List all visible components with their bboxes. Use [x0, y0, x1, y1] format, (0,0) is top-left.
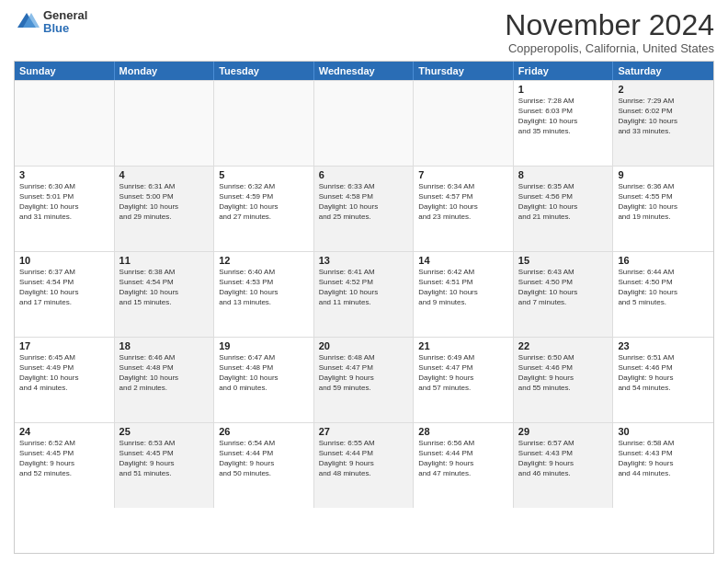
- cal-cell-14: 14Sunrise: 6:42 AM Sunset: 4:51 PM Dayli…: [414, 252, 514, 337]
- day-info: Sunrise: 6:50 AM Sunset: 4:46 PM Dayligh…: [518, 353, 609, 393]
- week-row-4: 17Sunrise: 6:45 AM Sunset: 4:49 PM Dayli…: [15, 337, 713, 422]
- cal-cell-17: 17Sunrise: 6:45 AM Sunset: 4:49 PM Dayli…: [15, 338, 115, 422]
- day-number: 7: [418, 169, 508, 180]
- month-title: November 2024: [505, 9, 714, 41]
- day-number: 29: [518, 426, 609, 437]
- cal-cell-21: 21Sunrise: 6:49 AM Sunset: 4:47 PM Dayli…: [414, 338, 514, 422]
- day-info: Sunrise: 6:36 AM Sunset: 4:55 PM Dayligh…: [618, 182, 709, 222]
- week-row-5: 24Sunrise: 6:52 AM Sunset: 4:45 PM Dayli…: [15, 422, 713, 508]
- title-block: November 2024 Copperopolis, California, …: [505, 9, 714, 55]
- cal-cell-8: 8Sunrise: 6:35 AM Sunset: 4:56 PM Daylig…: [514, 167, 614, 251]
- day-number: 30: [618, 426, 709, 437]
- day-number: 10: [19, 255, 109, 266]
- cal-cell-5: 5Sunrise: 6:32 AM Sunset: 4:59 PM Daylig…: [214, 167, 314, 251]
- cal-cell-empty: [15, 81, 115, 166]
- day-number: 1: [518, 84, 609, 95]
- day-info: Sunrise: 6:51 AM Sunset: 4:46 PM Dayligh…: [618, 353, 709, 393]
- header-day-wednesday: Wednesday: [314, 62, 415, 80]
- cal-cell-15: 15Sunrise: 6:43 AM Sunset: 4:50 PM Dayli…: [514, 252, 614, 337]
- logo-blue: Blue: [43, 22, 87, 35]
- header-day-thursday: Thursday: [414, 62, 514, 80]
- day-info: Sunrise: 6:44 AM Sunset: 4:50 PM Dayligh…: [618, 268, 709, 307]
- day-number: 3: [19, 169, 109, 180]
- cal-cell-9: 9Sunrise: 6:36 AM Sunset: 4:55 PM Daylig…: [613, 167, 713, 251]
- day-info: Sunrise: 6:33 AM Sunset: 4:58 PM Dayligh…: [319, 182, 409, 222]
- day-info: Sunrise: 7:29 AM Sunset: 6:02 PM Dayligh…: [618, 97, 709, 136]
- cal-cell-26: 26Sunrise: 6:54 AM Sunset: 4:44 PM Dayli…: [214, 423, 314, 508]
- day-info: Sunrise: 6:46 AM Sunset: 4:48 PM Dayligh…: [119, 353, 210, 393]
- logo-icon: [14, 9, 40, 35]
- cal-cell-28: 28Sunrise: 6:56 AM Sunset: 4:44 PM Dayli…: [414, 423, 514, 508]
- day-number: 23: [618, 340, 709, 351]
- cal-cell-11: 11Sunrise: 6:38 AM Sunset: 4:54 PM Dayli…: [115, 252, 215, 337]
- logo-general: General: [43, 9, 87, 22]
- day-info: Sunrise: 6:40 AM Sunset: 4:53 PM Dayligh…: [219, 268, 309, 307]
- day-info: Sunrise: 6:53 AM Sunset: 4:45 PM Dayligh…: [119, 439, 210, 478]
- day-number: 14: [418, 255, 508, 266]
- day-number: 25: [119, 426, 210, 437]
- cal-cell-empty: [214, 81, 314, 166]
- cal-cell-24: 24Sunrise: 6:52 AM Sunset: 4:45 PM Dayli…: [15, 423, 115, 508]
- day-info: Sunrise: 6:38 AM Sunset: 4:54 PM Dayligh…: [119, 268, 210, 307]
- header-day-saturday: Saturday: [613, 62, 713, 80]
- day-number: 26: [219, 426, 309, 437]
- day-number: 21: [418, 340, 508, 351]
- day-info: Sunrise: 6:35 AM Sunset: 4:56 PM Dayligh…: [518, 182, 609, 222]
- day-info: Sunrise: 6:34 AM Sunset: 4:57 PM Dayligh…: [418, 182, 508, 222]
- logo-text: General Blue: [43, 9, 87, 36]
- day-info: Sunrise: 6:52 AM Sunset: 4:45 PM Dayligh…: [19, 439, 109, 478]
- day-number: 17: [19, 340, 109, 351]
- cal-cell-29: 29Sunrise: 6:57 AM Sunset: 4:43 PM Dayli…: [514, 423, 614, 508]
- location: Copperopolis, California, United States: [505, 41, 714, 55]
- cal-cell-12: 12Sunrise: 6:40 AM Sunset: 4:53 PM Dayli…: [214, 252, 314, 337]
- cal-cell-6: 6Sunrise: 6:33 AM Sunset: 4:58 PM Daylig…: [314, 167, 415, 251]
- day-number: 8: [518, 169, 609, 180]
- day-info: Sunrise: 6:41 AM Sunset: 4:52 PM Dayligh…: [319, 268, 409, 307]
- day-info: Sunrise: 6:57 AM Sunset: 4:43 PM Dayligh…: [518, 439, 609, 478]
- header-day-friday: Friday: [514, 62, 614, 80]
- day-info: Sunrise: 6:56 AM Sunset: 4:44 PM Dayligh…: [418, 439, 508, 478]
- day-number: 20: [319, 340, 409, 351]
- cal-cell-3: 3Sunrise: 6:30 AM Sunset: 5:01 PM Daylig…: [15, 167, 115, 251]
- day-info: Sunrise: 6:32 AM Sunset: 4:59 PM Dayligh…: [219, 182, 309, 222]
- day-info: Sunrise: 6:48 AM Sunset: 4:47 PM Dayligh…: [319, 353, 409, 393]
- header-day-monday: Monday: [115, 62, 215, 80]
- day-info: Sunrise: 6:47 AM Sunset: 4:48 PM Dayligh…: [219, 353, 309, 393]
- day-number: 11: [119, 255, 210, 266]
- week-row-3: 10Sunrise: 6:37 AM Sunset: 4:54 PM Dayli…: [15, 251, 713, 337]
- day-number: 27: [319, 426, 409, 437]
- day-info: Sunrise: 6:49 AM Sunset: 4:47 PM Dayligh…: [418, 353, 508, 393]
- calendar-body: 1Sunrise: 7:28 AM Sunset: 6:03 PM Daylig…: [15, 80, 713, 508]
- cal-cell-empty: [314, 81, 415, 166]
- day-number: 15: [518, 255, 609, 266]
- day-number: 12: [219, 255, 309, 266]
- cal-cell-18: 18Sunrise: 6:46 AM Sunset: 4:48 PM Dayli…: [115, 338, 215, 422]
- week-row-2: 3Sunrise: 6:30 AM Sunset: 5:01 PM Daylig…: [15, 166, 713, 251]
- day-info: Sunrise: 6:58 AM Sunset: 4:43 PM Dayligh…: [618, 439, 709, 478]
- day-number: 6: [319, 169, 409, 180]
- day-number: 22: [518, 340, 609, 351]
- day-info: Sunrise: 6:45 AM Sunset: 4:49 PM Dayligh…: [19, 353, 109, 393]
- cal-cell-2: 2Sunrise: 7:29 AM Sunset: 6:02 PM Daylig…: [613, 81, 713, 166]
- day-number: 9: [618, 169, 709, 180]
- cal-cell-13: 13Sunrise: 6:41 AM Sunset: 4:52 PM Dayli…: [314, 252, 415, 337]
- page: General Blue November 2024 Copperopolis,…: [0, 0, 728, 563]
- day-number: 24: [19, 426, 109, 437]
- cal-cell-7: 7Sunrise: 6:34 AM Sunset: 4:57 PM Daylig…: [414, 167, 514, 251]
- cal-cell-19: 19Sunrise: 6:47 AM Sunset: 4:48 PM Dayli…: [214, 338, 314, 422]
- cal-cell-23: 23Sunrise: 6:51 AM Sunset: 4:46 PM Dayli…: [613, 338, 713, 422]
- day-number: 19: [219, 340, 309, 351]
- cal-cell-22: 22Sunrise: 6:50 AM Sunset: 4:46 PM Dayli…: [514, 338, 614, 422]
- cal-cell-empty: [414, 81, 514, 166]
- cal-cell-25: 25Sunrise: 6:53 AM Sunset: 4:45 PM Dayli…: [115, 423, 215, 508]
- day-info: Sunrise: 6:30 AM Sunset: 5:01 PM Dayligh…: [19, 182, 109, 222]
- cal-cell-4: 4Sunrise: 6:31 AM Sunset: 5:00 PM Daylig…: [115, 167, 215, 251]
- calendar: SundayMondayTuesdayWednesdayThursdayFrid…: [14, 61, 714, 554]
- week-row-1: 1Sunrise: 7:28 AM Sunset: 6:03 PM Daylig…: [15, 80, 713, 166]
- cal-cell-16: 16Sunrise: 6:44 AM Sunset: 4:50 PM Dayli…: [613, 252, 713, 337]
- day-number: 5: [219, 169, 309, 180]
- cal-cell-27: 27Sunrise: 6:55 AM Sunset: 4:44 PM Dayli…: [314, 423, 415, 508]
- header-day-sunday: Sunday: [15, 62, 115, 80]
- day-info: Sunrise: 6:54 AM Sunset: 4:44 PM Dayligh…: [219, 439, 309, 478]
- day-number: 28: [418, 426, 508, 437]
